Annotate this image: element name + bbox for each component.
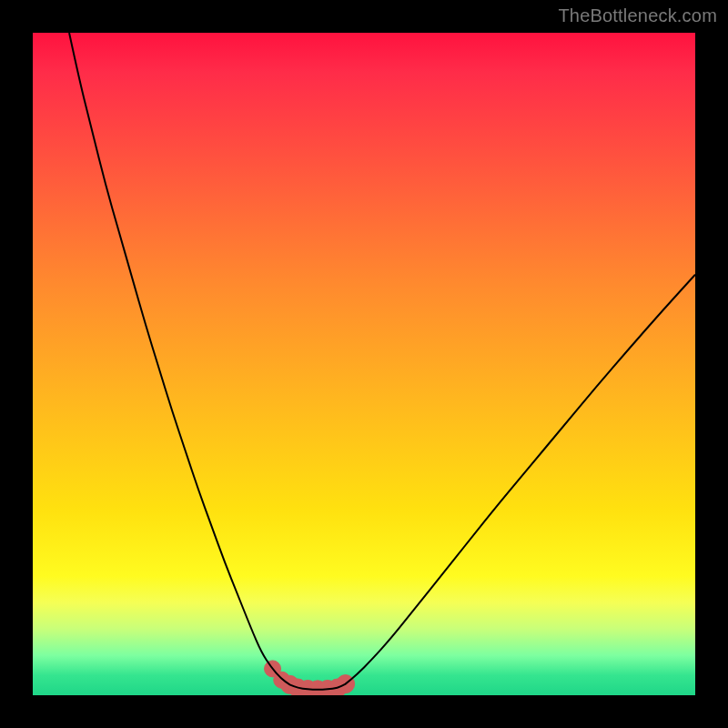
bottleneck-curve-svg [33,33,695,695]
watermark-text: TheBottleneck.com [558,5,717,26]
plot-area [33,33,695,695]
outer-frame: TheBottleneck.com [0,0,728,728]
bottleneck-curve-path [69,33,695,690]
